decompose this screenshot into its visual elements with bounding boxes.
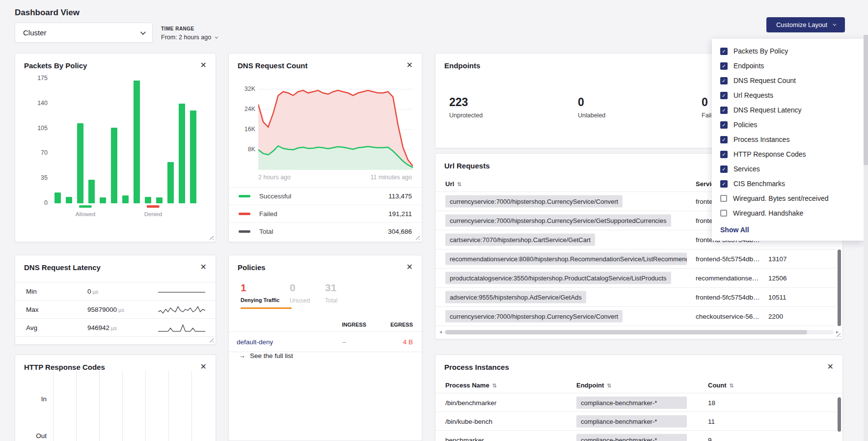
dashboard-page: Dashboard View Cluster TIME RANGE From: … — [0, 0, 868, 441]
menu-item[interactable]: DNS Request Latency — [712, 103, 864, 117]
card-header: Process Instances ✕ — [435, 355, 842, 371]
latency-value: 0µs — [87, 288, 98, 295]
checkbox-icon[interactable] — [720, 77, 728, 84]
card-title: HTTP Response Codes — [24, 363, 105, 371]
view-selector-value: Cluster — [23, 28, 47, 37]
checkbox-icon[interactable] — [720, 107, 728, 114]
menu-item[interactable]: Policies — [712, 117, 864, 132]
resize-handle[interactable] — [209, 235, 214, 240]
checkbox-icon[interactable] — [720, 48, 728, 55]
menu-item[interactable]: Endpoints — [712, 58, 864, 73]
table-row[interactable]: currencyservice:7000/hipstershop.Currenc… — [435, 307, 836, 326]
close-icon[interactable]: ✕ — [200, 263, 207, 271]
sparkline-path — [158, 306, 205, 313]
menu-item[interactable]: Wireguard. Bytes sent/received — [712, 191, 864, 206]
url-chip: productcatalogservice:3550/hipstershop.P… — [445, 272, 671, 284]
sort-icon[interactable]: ⇅ — [607, 383, 611, 388]
menu-item[interactable]: HTTP Response Codes — [712, 147, 864, 162]
y-tick-label: 35 — [29, 174, 48, 181]
table-row[interactable]: adservice:9555/hipstershop.AdService/Get… — [435, 288, 836, 307]
show-all-link[interactable]: Show All — [712, 220, 864, 235]
scrollbar-track[interactable] — [444, 330, 834, 334]
latency-row: Avg 946942µs — [15, 319, 216, 337]
table-row[interactable]: productcatalogservice:3550/hipstershop.P… — [435, 269, 836, 288]
table-row: default-deny – 4 B — [229, 332, 422, 352]
customize-layout-button[interactable]: Customize Layout — [766, 17, 845, 32]
menu-item[interactable]: Packets By Policy — [712, 44, 864, 58]
url-chip: adservice:9555/hipstershop.AdService/Get… — [445, 291, 586, 303]
menu-item[interactable]: Wireguard. Handshake — [712, 206, 864, 220]
sort-icon[interactable]: ⇅ — [492, 383, 497, 388]
menu-item[interactable]: CIS Benchmarks — [712, 176, 864, 191]
stat-value: 0 — [578, 96, 605, 109]
page-scrollbar[interactable] — [864, 35, 868, 441]
menu-item-label: HTTP Response Codes — [733, 150, 806, 158]
see-full-list-link[interactable]: → See the full list — [239, 352, 293, 359]
service-cell: recommendationse… — [696, 275, 759, 282]
dns-y-axis: 32K24K16K8K — [237, 79, 255, 170]
scroll-right-icon[interactable]: ▸ — [836, 330, 839, 334]
policies-table: INGRESS EGRESS default-deny – 4 B — [229, 317, 422, 352]
column-header-count[interactable]: Count⇅ — [708, 382, 734, 389]
policies-tab-total[interactable]: 31 Total — [325, 282, 337, 304]
scrollbar-thumb[interactable] — [838, 249, 841, 326]
resize-handle[interactable] — [209, 337, 214, 342]
scroll-left-icon[interactable]: ◂ — [439, 330, 442, 334]
table-row: /bin/benchmarker compliance-benchmarker-… — [435, 393, 836, 412]
close-icon[interactable]: ✕ — [407, 61, 413, 69]
table-row[interactable]: recommendationservice:8080/hipstershop.R… — [435, 249, 836, 269]
time-range-from-dropdown[interactable]: From: 2 hours ago — [161, 34, 217, 41]
chevron-down-icon — [215, 35, 218, 38]
close-icon[interactable]: ✕ — [200, 363, 207, 371]
legend-swatch — [239, 195, 250, 197]
ingress-cell: – — [322, 338, 366, 346]
sort-icon[interactable]: ⇅ — [457, 181, 461, 187]
count-cell: 12506 — [768, 275, 787, 282]
x-axis-mark: Denied — [144, 205, 162, 217]
column-header-url[interactable]: Url⇅ — [445, 180, 461, 188]
menu-item[interactable]: Services — [712, 162, 864, 176]
legend-name: Failed — [259, 210, 388, 218]
menu-item-label: CIS Benchmarks — [733, 180, 785, 188]
checkbox-icon[interactable] — [720, 151, 728, 158]
stat-label: Unprotected — [449, 112, 483, 119]
policy-link[interactable]: default-deny — [237, 338, 322, 346]
latency-row: Max 95879000µs — [15, 301, 216, 319]
close-icon[interactable]: ✕ — [827, 363, 834, 371]
scrollbar-thumb[interactable] — [864, 35, 868, 165]
checkbox-icon[interactable] — [720, 92, 728, 99]
policies-tab-unused[interactable]: 0 Unused — [290, 282, 310, 304]
checkbox-icon[interactable] — [720, 195, 727, 202]
checkbox-icon[interactable] — [720, 136, 728, 143]
process-name-cell: /bin/benchmarker — [445, 399, 496, 406]
checkbox-icon[interactable] — [720, 180, 728, 188]
menu-item[interactable]: DNS Request Count — [712, 73, 864, 88]
checkbox-icon[interactable] — [720, 121, 728, 129]
sort-icon[interactable]: ⇅ — [730, 383, 734, 388]
checkbox-icon[interactable] — [720, 165, 728, 173]
policies-tab-denying-traffic[interactable]: 1 Denying Traffic — [241, 282, 292, 309]
close-icon[interactable]: ✕ — [407, 263, 413, 271]
endpoint-chip: compliance-benchmarker-* — [576, 415, 687, 427]
dns-area-chart — [258, 79, 413, 170]
url-chip: currencyservice:7000/hipstershop.Currenc… — [445, 310, 623, 323]
y-tick-label: 32K — [237, 85, 255, 92]
column-header-process-name[interactable]: Process Name⇅ — [445, 382, 497, 389]
endpoint-chip: compliance-benchmarker-* — [576, 396, 687, 409]
scrollbar-thumb[interactable] — [445, 330, 807, 334]
count-cell: 11 — [708, 417, 715, 425]
close-icon[interactable]: ✕ — [200, 61, 207, 69]
column-header-endpoint[interactable]: Endpoint⇅ — [576, 382, 612, 389]
latency-metric-label: Avg — [26, 324, 37, 331]
table-row: /bin/kube-bench compliance-benchmarker-*… — [435, 412, 836, 431]
card-title: DNS Request Latency — [24, 263, 101, 272]
card-http-response-codes: HTTP Response Codes ✕ In Out — [15, 355, 216, 441]
menu-item[interactable]: Url Requests — [712, 88, 864, 103]
view-selector-dropdown[interactable]: Cluster — [15, 23, 153, 43]
x-mark-label: Denied — [144, 211, 162, 217]
url-cell: currencyservice:7000/hipstershop.Currenc… — [445, 215, 671, 227]
menu-item[interactable]: Process Instances — [712, 132, 864, 147]
checkbox-icon[interactable] — [720, 62, 728, 70]
checkbox-icon[interactable] — [720, 210, 727, 217]
scrollbar-thumb[interactable] — [838, 397, 841, 432]
